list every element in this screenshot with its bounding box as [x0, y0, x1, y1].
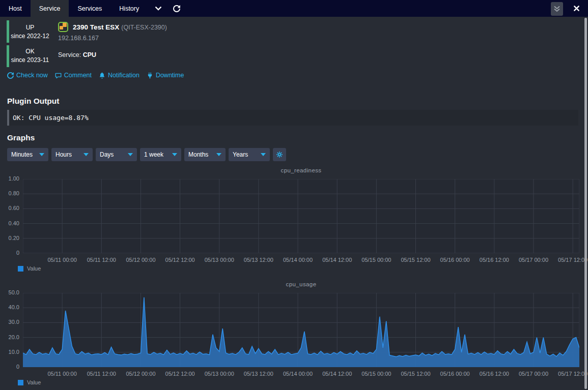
service-state-bar — [7, 45, 9, 67]
dropdown-value: Years — [233, 151, 248, 158]
x-axis-tick: 05/15 00:00 — [361, 257, 391, 263]
chart-plot-area[interactable] — [23, 179, 579, 253]
legend-swatch — [18, 266, 23, 272]
y-axis-tick: 10.0 — [0, 349, 19, 355]
tab-host[interactable]: Host — [0, 0, 31, 17]
action-label: Check now — [16, 72, 48, 79]
host-title-row: 2390 Test ESX(QIT-ESX-2390) — [58, 22, 167, 32]
legend-label: Value — [27, 379, 41, 385]
graph-settings-button[interactable] — [273, 148, 286, 161]
top-bar: HostServiceServicesHistory — [0, 0, 588, 17]
host-address: 192.168.6.167 — [58, 35, 99, 42]
x-axis-tick: 05/12 00:00 — [126, 257, 155, 263]
host-alias: (QIT-ESX-2390) — [121, 24, 167, 31]
chevron-down-icon — [172, 153, 177, 156]
x-axis-tick: 05/13 12:00 — [244, 257, 273, 263]
x-axis-tick: 05/12 12:00 — [165, 371, 195, 377]
x-axis-tick: 05/11 00:00 — [47, 371, 76, 377]
graph-range-controls: MinutesHoursDays1 weekMonthsYears — [7, 148, 286, 161]
x-axis-tick: 05/15 12:00 — [401, 371, 430, 377]
x-axis-tick: 05/16 00:00 — [440, 371, 470, 377]
vertical-scrollbar — [583, 17, 588, 390]
dropdown-value: Days — [100, 151, 114, 158]
service-state-label: OK — [10, 47, 50, 56]
host-state-bar — [7, 20, 9, 43]
dropdown-value: 1 week — [144, 151, 163, 158]
x-axis-tick: 05/12 12:00 — [165, 257, 195, 263]
close-icon[interactable] — [573, 5, 580, 12]
tab-history[interactable]: History — [110, 0, 148, 17]
chevron-down-icon — [261, 153, 266, 156]
chart-legend: Value — [18, 265, 41, 272]
y-axis-tick: 50.0 — [0, 289, 19, 295]
action-links: Check nowCommentNotificationDowntime — [7, 72, 184, 79]
host-state-badge: UP since 2022-12 — [10, 23, 50, 41]
x-axis-tick: 05/13 12:00 — [244, 371, 273, 377]
host-name-wrap: 2390 Test ESX(QIT-ESX-2390) — [73, 22, 167, 32]
more-tabs-chevron-icon[interactable] — [155, 0, 162, 17]
y-axis-tick: 0.20 — [0, 235, 19, 241]
range-dropdown-years[interactable]: Years — [229, 148, 270, 161]
cpu-readiness-chart: cpu_readiness1.000.800.600.400.20005/11 … — [0, 166, 585, 277]
host-name[interactable]: 2390 Test ESX — [73, 23, 119, 31]
chart-title: cpu_usage — [23, 281, 579, 287]
legend-label: Value — [27, 265, 41, 272]
chart-legend: Value — [18, 379, 41, 385]
x-axis-tick: 05/12 00:00 — [126, 371, 155, 377]
virtual-machine-icon — [58, 22, 68, 32]
host-state-label: UP — [10, 23, 50, 32]
collapse-panel-button[interactable] — [551, 2, 563, 16]
x-axis-tick: 05/17 00:00 — [519, 371, 548, 377]
range-dropdown-months[interactable]: Months — [184, 148, 226, 161]
y-axis-tick: 0.40 — [0, 220, 19, 226]
x-axis-tick: 05/16 00:00 — [440, 257, 470, 263]
host-state-since: since 2022-12 — [10, 32, 50, 41]
x-axis-tick: 05/14 12:00 — [322, 257, 352, 263]
y-axis-tick: 0.80 — [0, 190, 19, 196]
service-state-since: since 2023-11 — [10, 56, 50, 65]
y-axis-tick: 0.60 — [0, 205, 19, 211]
service-label: Service: — [58, 51, 81, 58]
cpu-usage-chart: cpu_usage50.040.030.020.010.0005/11 00:0… — [0, 280, 585, 390]
y-axis-tick: 20.0 — [0, 334, 19, 340]
scrollbar-thumb[interactable] — [584, 18, 587, 389]
x-axis-tick: 05/16 12:00 — [480, 371, 509, 377]
chart-title: cpu_readiness — [23, 167, 579, 173]
range-dropdown-hours[interactable]: Hours — [51, 148, 93, 161]
notification-link[interactable]: Notification — [99, 72, 139, 79]
comment-icon — [55, 72, 62, 79]
y-axis-tick: 0 — [0, 250, 19, 256]
action-label: Comment — [64, 72, 92, 79]
range-dropdown-minutes[interactable]: Minutes — [7, 148, 48, 161]
check-now-link[interactable]: Check now — [7, 72, 48, 79]
x-axis-tick: 05/15 00:00 — [361, 371, 391, 377]
service-name[interactable]: CPU — [83, 51, 96, 58]
refresh-icon — [7, 72, 14, 79]
range-dropdown-1-week[interactable]: 1 week — [140, 148, 181, 161]
x-axis-tick: 05/11 12:00 — [87, 257, 116, 263]
chevron-down-icon — [216, 153, 221, 156]
tab-service[interactable]: Service — [31, 0, 69, 17]
dropdown-value: Months — [188, 151, 208, 158]
x-axis-tick: 05/14 12:00 — [322, 371, 352, 377]
range-dropdown-days[interactable]: Days — [96, 148, 137, 161]
x-axis-tick: 05/11 12:00 — [87, 371, 116, 377]
tab-services[interactable]: Services — [69, 0, 110, 17]
reload-icon[interactable] — [173, 0, 180, 17]
action-label: Notification — [108, 72, 139, 79]
comment-link[interactable]: Comment — [55, 72, 92, 79]
chevron-down-icon — [83, 153, 89, 156]
service-name-row: Service: CPU — [58, 51, 96, 58]
x-axis-tick: 05/14 00:00 — [283, 257, 313, 263]
chevron-down-icon — [128, 153, 133, 156]
downtime-link[interactable]: Downtime — [147, 72, 184, 79]
gear-icon — [276, 151, 283, 158]
y-axis-tick: 0 — [0, 364, 19, 370]
dropdown-value: Minutes — [11, 151, 33, 158]
y-axis-tick: 40.0 — [0, 304, 19, 310]
service-state-badge: OK since 2023-11 — [10, 47, 50, 65]
x-axis-tick: 05/15 12:00 — [401, 257, 430, 263]
action-label: Downtime — [156, 72, 184, 79]
chart-plot-area[interactable] — [23, 293, 579, 367]
graphs-heading: Graphs — [7, 133, 35, 142]
